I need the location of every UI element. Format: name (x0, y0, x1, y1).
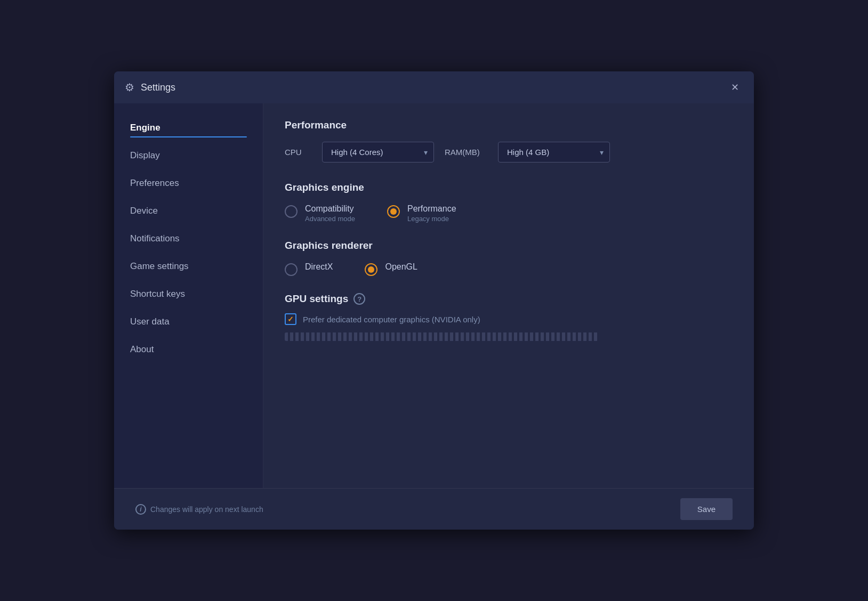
save-button[interactable]: Save (680, 498, 733, 520)
close-button[interactable]: ✕ (726, 79, 743, 96)
graphics-renderer-section-title: Graphics renderer (285, 240, 733, 251)
graphics-engine-radio-group: Compatibility Advanced mode Performance … (285, 204, 733, 223)
cpu-label: CPU (285, 148, 311, 157)
gpu-help-icon[interactable]: ? (353, 293, 365, 305)
graphics-renderer-radio-group: DirectX OpenGL (285, 262, 733, 276)
radio-performance[interactable]: Performance Legacy mode (387, 204, 456, 223)
radio-circle-compatibility (285, 205, 298, 218)
cpu-select[interactable]: Low (1 Core) Medium (2 Cores) High (4 Co… (322, 142, 434, 163)
settings-icon: ⚙ (125, 81, 134, 94)
performance-sub: Legacy mode (407, 215, 456, 223)
sidebar-item-game-settings[interactable]: Game settings (114, 253, 263, 280)
blurred-info (285, 332, 598, 341)
ram-select-wrapper: Low (1 GB) Medium (2 GB) High (4 GB) Ult… (498, 142, 610, 163)
footer-info: i Changes will apply on next launch (135, 504, 263, 515)
radio-compatibility[interactable]: Compatibility Advanced mode (285, 204, 355, 223)
footer-info-text: Changes will apply on next launch (150, 505, 263, 514)
radio-circle-opengl (365, 263, 377, 276)
gpu-checkbox-row[interactable]: Prefer dedicated computer graphics (NVID… (285, 313, 733, 325)
compatibility-sub: Advanced mode (305, 215, 355, 223)
gpu-checkbox-label: Prefer dedicated computer graphics (NVID… (303, 315, 480, 324)
gpu-settings-header: GPU settings ? (285, 293, 733, 305)
dialog-body: Engine Display Preferences Device Notifi… (114, 103, 754, 488)
performance-row: CPU Low (1 Core) Medium (2 Cores) High (… (285, 142, 733, 163)
title-bar: ⚙ Settings ✕ (114, 71, 754, 103)
ram-select[interactable]: Low (1 GB) Medium (2 GB) High (4 GB) Ult… (498, 142, 610, 163)
sidebar-item-engine[interactable]: Engine (114, 114, 263, 142)
sidebar-item-device[interactable]: Device (114, 197, 263, 225)
sidebar-item-notifications[interactable]: Notifications (114, 225, 263, 253)
sidebar-item-user-data[interactable]: User data (114, 308, 263, 336)
radio-opengl[interactable]: OpenGL (365, 262, 417, 276)
sidebar-item-preferences[interactable]: Preferences (114, 169, 263, 197)
sidebar-item-about[interactable]: About (114, 336, 263, 363)
sidebar-item-shortcut-keys[interactable]: Shortcut keys (114, 280, 263, 308)
sidebar: Engine Display Preferences Device Notifi… (114, 103, 263, 488)
gpu-settings-title: GPU settings (285, 293, 348, 305)
compatibility-label: Compatibility (305, 204, 355, 214)
opengl-label: OpenGL (385, 262, 417, 272)
graphics-engine-section-title: Graphics engine (285, 182, 733, 193)
settings-dialog: ⚙ Settings ✕ Engine Display Preferences … (114, 71, 754, 530)
radio-directx[interactable]: DirectX (285, 262, 333, 276)
main-content: Performance CPU Low (1 Core) Medium (2 C… (263, 103, 754, 488)
radio-circle-performance (387, 205, 400, 218)
dialog-title: Settings (141, 82, 726, 93)
radio-circle-directx (285, 263, 298, 276)
ram-label: RAM(MB) (445, 148, 487, 157)
sidebar-item-display[interactable]: Display (114, 142, 263, 169)
performance-section-title: Performance (285, 119, 733, 131)
gpu-checkbox[interactable] (285, 313, 296, 325)
info-icon: i (135, 504, 146, 515)
footer: i Changes will apply on next launch Save (114, 488, 754, 530)
performance-label: Performance (407, 204, 456, 214)
directx-label: DirectX (305, 262, 333, 272)
cpu-select-wrapper: Low (1 Core) Medium (2 Cores) High (4 Co… (322, 142, 434, 163)
